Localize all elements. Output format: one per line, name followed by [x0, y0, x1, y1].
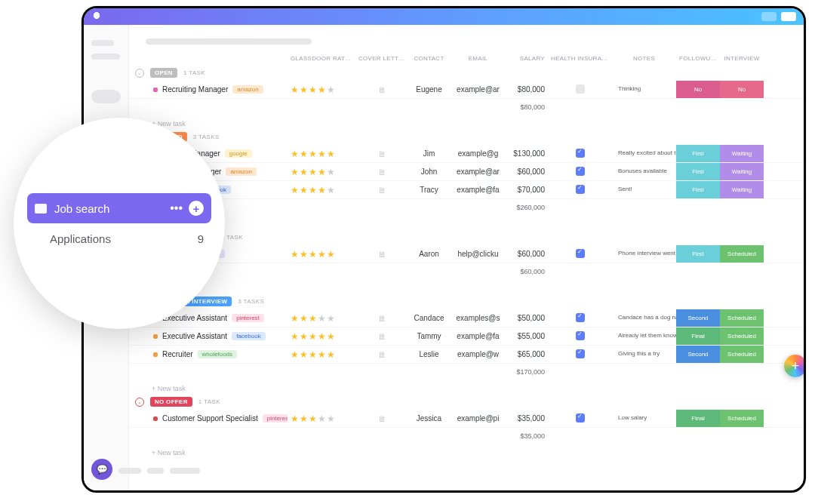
health-checkbox[interactable]: [576, 313, 585, 322]
collapse-icon[interactable]: ⌄: [135, 69, 144, 78]
document-icon[interactable]: 🗎: [378, 149, 386, 158]
followup-cell[interactable]: First: [676, 245, 720, 263]
email-cell[interactable]: example@fa: [450, 332, 506, 340]
group-header-open[interactable]: ⌄ OPEN 1 TASK: [129, 68, 804, 81]
task-row[interactable]: Recruiter wholefoods ★★★★★ 🗎 Leslie exam…: [129, 346, 804, 364]
document-icon[interactable]: 🗎: [378, 414, 386, 423]
notes-cell[interactable]: Candace has a dog named…: [615, 315, 673, 321]
group-header-applied[interactable]: ⌄ APPLIED 3 TASKS: [129, 132, 804, 145]
email-cell[interactable]: example@ar: [450, 85, 506, 94]
titlebar-pill[interactable]: [781, 12, 796, 21]
salary-cell[interactable]: $55,000: [506, 332, 548, 340]
email-cell[interactable]: example@pi: [450, 414, 506, 423]
interview-cell[interactable]: Scheduled: [720, 309, 764, 327]
followup-cell[interactable]: Second: [676, 309, 720, 327]
document-icon[interactable]: 🗎: [378, 314, 386, 323]
new-task-button[interactable]: + New task: [129, 380, 804, 397]
task-row[interactable]: Recruiter clickup ★★★★★ 🗎 Aaron help@cli…: [129, 245, 804, 263]
task-row[interactable]: Recruiter facebook ★★★★★ 🗎 Tracy example…: [129, 181, 804, 199]
new-task-button[interactable]: + New task: [129, 444, 804, 461]
document-icon[interactable]: 🗎: [378, 250, 386, 259]
contact-cell[interactable]: Aaron: [408, 250, 450, 258]
rating-stars[interactable]: ★★★★★: [291, 186, 352, 195]
health-checkbox[interactable]: [576, 167, 585, 176]
task-row[interactable]: Recruiting Manager amazon ★★★★★ 🗎 Eugene…: [129, 81, 804, 99]
col-cover[interactable]: COVER LETTER: [355, 55, 408, 62]
rating-stars[interactable]: ★★★★★: [291, 414, 352, 423]
interview-cell[interactable]: Waiting: [720, 181, 764, 198]
notes-cell[interactable]: Bonuses available: [615, 168, 673, 175]
rating-stars[interactable]: ★★★★★: [291, 314, 352, 323]
followup-cell[interactable]: Final: [676, 327, 720, 345]
followup-cell[interactable]: First: [676, 163, 720, 180]
new-task-button[interactable]: + New task: [129, 115, 804, 132]
interview-cell[interactable]: Waiting: [720, 145, 764, 162]
col-interview[interactable]: INTERVIEW: [720, 55, 764, 62]
email-cell[interactable]: example@ar: [450, 167, 506, 176]
notes-cell[interactable]: Thinking: [615, 86, 673, 93]
interview-cell[interactable]: No: [720, 81, 764, 98]
salary-cell[interactable]: $80,000: [506, 85, 548, 94]
task-row[interactable]: Customer Support Specialist pinterest ★★…: [129, 410, 804, 428]
group-header-phone[interactable]: ⌄ HONE INTERVIEW 1 TASK: [129, 232, 804, 245]
document-icon[interactable]: 🗎: [378, 332, 386, 341]
rating-stars[interactable]: ★★★★★: [291, 167, 352, 177]
company-tag[interactable]: facebook: [232, 332, 265, 340]
followup-cell[interactable]: Final: [676, 410, 720, 427]
followup-cell[interactable]: Second: [676, 346, 720, 363]
ellipsis-icon[interactable]: •••: [170, 201, 183, 215]
company-tag[interactable]: wholefoods: [198, 350, 237, 358]
notes-cell[interactable]: Phone interview went…: [615, 250, 673, 257]
email-cell[interactable]: examples@s: [450, 314, 506, 322]
collapse-icon[interactable]: ⌄: [135, 398, 144, 407]
contact-cell[interactable]: Eugene: [408, 85, 450, 94]
salary-cell[interactable]: $130,000: [506, 149, 548, 158]
salary-cell[interactable]: $60,000: [506, 167, 548, 176]
document-icon[interactable]: 🗎: [378, 350, 386, 359]
salary-cell[interactable]: $65,000: [506, 350, 548, 358]
company-tag[interactable]: pinterest: [232, 314, 264, 322]
document-icon[interactable]: 🗎: [378, 186, 386, 195]
contact-cell[interactable]: Tracy: [408, 186, 450, 194]
col-notes[interactable]: NOTES: [612, 55, 676, 62]
notes-cell[interactable]: Sent!: [615, 186, 673, 193]
col-health[interactable]: HEALTH INSURANCE: [548, 55, 612, 62]
health-checkbox[interactable]: [576, 85, 585, 94]
col-salary[interactable]: SALARY: [506, 55, 548, 62]
add-icon[interactable]: +: [189, 201, 204, 216]
rating-stars[interactable]: ★★★★★: [291, 332, 352, 341]
sidebar-item-job-search[interactable]: Job search ••• +: [27, 193, 211, 223]
task-row[interactable]: Product Manager google ★★★★★ 🗎 Jim examp…: [129, 145, 804, 163]
salary-cell[interactable]: $35,000: [506, 414, 548, 423]
chat-fab[interactable]: 💬: [91, 459, 112, 480]
interview-cell[interactable]: Scheduled: [720, 245, 764, 263]
col-followup[interactable]: FOLLOWUP SENT: [676, 55, 720, 62]
company-tag[interactable]: amazon: [226, 167, 256, 176]
health-checkbox[interactable]: [576, 349, 585, 358]
rating-stars[interactable]: ★★★★★: [291, 350, 352, 359]
health-checkbox[interactable]: [576, 185, 585, 194]
contact-cell[interactable]: John: [408, 167, 450, 176]
followup-cell[interactable]: No: [676, 81, 720, 98]
interview-cell[interactable]: Scheduled: [720, 327, 764, 345]
contact-cell[interactable]: Jessica: [408, 414, 450, 423]
add-task-fab[interactable]: +: [784, 355, 804, 377]
task-row[interactable]: Executive Assistant facebook ★★★★★ 🗎 Tam…: [129, 327, 804, 346]
document-icon[interactable]: 🗎: [378, 167, 386, 177]
health-checkbox[interactable]: [576, 149, 585, 158]
interview-cell[interactable]: Waiting: [720, 163, 764, 180]
interview-cell[interactable]: Scheduled: [720, 346, 764, 363]
salary-cell[interactable]: $50,000: [506, 314, 548, 322]
email-cell[interactable]: example@g: [450, 149, 506, 158]
document-icon[interactable]: 🗎: [378, 85, 386, 94]
salary-cell[interactable]: $60,000: [506, 250, 548, 258]
col-rating[interactable]: GLASSDOOR RATING: [288, 55, 355, 62]
notes-cell[interactable]: Low salary: [615, 415, 673, 422]
notes-cell[interactable]: Giving this a try: [615, 351, 673, 358]
notes-cell[interactable]: Really excited about this one: [615, 150, 673, 157]
task-row[interactable]: Account Manager amazon ★★★★★ 🗎 John exam…: [129, 163, 804, 181]
rating-stars[interactable]: ★★★★★: [291, 149, 352, 158]
salary-cell[interactable]: $70,000: [506, 186, 548, 194]
rating-stars[interactable]: ★★★★★: [291, 85, 352, 94]
task-row[interactable]: Executive Assistant pinterest ★★★★★ 🗎 Ca…: [129, 309, 804, 327]
